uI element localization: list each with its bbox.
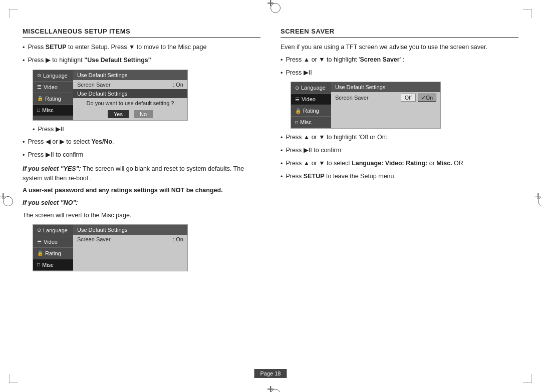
menu2-rating: 🔒 Rating xyxy=(33,248,73,259)
if-no-heading: If you select "NO": xyxy=(23,198,260,208)
if-no-text: The screen will revert to the Misc page. xyxy=(23,211,260,220)
video-icon: ☰ xyxy=(37,84,42,90)
left-bullet-2: Press ▶ to highlight "Use Default Settin… xyxy=(23,56,260,66)
menu3-sidebar: ⊙ Language ☰ Video 🔒 Rating □ Misc xyxy=(291,82,331,128)
menu2-video: ☰ Video xyxy=(33,236,73,248)
menu3-on-value: ✓On xyxy=(418,94,436,102)
corner-mark-tr xyxy=(523,9,532,18)
right-bullet-press: Press ▶II xyxy=(281,68,518,78)
left-bullet-confirm: Press ▶II to confirm xyxy=(23,150,260,160)
menu3-misc: □ Misc xyxy=(291,117,331,128)
menu3-main: Use Default Settings Screen Saver Off ✓O… xyxy=(331,82,440,128)
right-bullets-2: Press ▲ or ▼ to highlight 'Off or On: Pr… xyxy=(281,133,518,181)
menu1-misc: □ Misc xyxy=(33,105,73,116)
menu1-buttons: Yes No xyxy=(73,108,187,120)
right-bullet-select: Press ▲ or ▼ to select Language: Video: … xyxy=(281,159,518,169)
right-intro: Even if you are using a TFT screen we ad… xyxy=(281,43,518,52)
menu1-row-usedefault: Use Default Settings xyxy=(73,89,187,98)
menu1-row-screensaver: Screen Saver : On xyxy=(73,80,187,89)
menu3-off-value: Off xyxy=(401,94,416,102)
menu3-value-container: Off ✓On xyxy=(401,94,436,102)
menu2-main: Use Default Settings Screen Saver : On xyxy=(73,225,187,271)
left-bullet-press: Press ▶II xyxy=(33,125,260,135)
menu1-video: ☰ Video xyxy=(33,82,73,93)
menu3-video: ☰ Video xyxy=(291,94,331,105)
menu2-lang: ⊙ Language xyxy=(33,225,73,236)
corner-mark-tl xyxy=(9,9,18,18)
rating-icon: 🔒 xyxy=(37,96,43,101)
right-bullet-off-on: Press ▲ or ▼ to highlight 'Off or On: xyxy=(281,133,518,143)
menu2-misc: □ Misc xyxy=(33,259,73,271)
left-bullet-yes-no: Press ◀ or ▶ to select Yes/No. xyxy=(23,137,260,147)
menu1-main: Use Default Settings Screen Saver : On U… xyxy=(73,70,187,120)
misc-icon: □ xyxy=(37,107,40,113)
menu1-lang: ⊙ Language xyxy=(33,70,73,82)
menu1-sidebar: ⊙ Language ☰ Video 🔒 Rating □ Misc xyxy=(33,70,73,120)
menu3-rating: 🔒 Rating xyxy=(291,105,331,117)
menu-screenshot-1: ⊙ Language ☰ Video 🔒 Rating □ Misc Use D… xyxy=(33,70,188,121)
menu2-row-screensaver: Screen Saver : On xyxy=(73,235,187,244)
menu3-lang: ⊙ Language xyxy=(291,82,331,94)
language-icon: ⊙ xyxy=(37,73,41,78)
left-column: MISCELLANEOUS SETUP ITEMS Press SETUP to… xyxy=(23,23,260,369)
if-yes-text: If you select "YES": The screen will go … xyxy=(23,164,260,183)
left-bullets-2: Press ◀ or ▶ to select Yes/No. Press ▶II… xyxy=(23,137,260,160)
menu3-header: Use Default Settings xyxy=(331,82,440,92)
corner-mark-bl xyxy=(9,374,18,383)
page-content: MISCELLANEOUS SETUP ITEMS Press SETUP to… xyxy=(23,23,518,369)
menu1-no-button[interactable]: No xyxy=(134,110,153,118)
menu1-header: Use Default Settings xyxy=(73,70,187,80)
right-column: SCREEN SAVER Even if you are using a TFT… xyxy=(281,23,518,369)
menu1-dialog: Do you want to use default setting ? xyxy=(73,98,187,108)
menu3-row-screensaver: Screen Saver Off ✓On xyxy=(331,92,440,103)
menu2-sidebar: ⊙ Language ☰ Video 🔒 Rating □ Misc xyxy=(33,225,73,271)
menu1-rating: 🔒 Rating xyxy=(33,93,73,105)
left-section-title: MISCELLANEOUS SETUP ITEMS xyxy=(23,28,260,38)
menu-screenshot-2: ⊙ Language ☰ Video 🔒 Rating □ Misc Use D… xyxy=(33,224,188,271)
menu-screenshot-3: ⊙ Language ☰ Video 🔒 Rating □ Misc Use D… xyxy=(291,82,441,129)
right-bullet-setup: Press SETUP to leave the Setup menu. xyxy=(281,172,518,182)
menu2-header: Use Default Settings xyxy=(73,225,187,235)
page-number: Page 18 xyxy=(254,369,287,378)
left-bullet-press-item: Press ▶II xyxy=(33,125,260,135)
left-bullet-1: Press SETUP to enter Setup. Press ▼ to m… xyxy=(23,43,260,53)
right-bullets-1: Press ▲ or ▼ to highlight 'Screen Saver'… xyxy=(281,55,518,78)
right-bullet-highlight: Press ▲ or ▼ to highlight 'Screen Saver'… xyxy=(281,55,518,65)
right-bullet-confirm: Press ▶II to confirm xyxy=(281,146,518,156)
menu1-yes-button[interactable]: Yes xyxy=(108,110,129,118)
left-bullets-1: Press SETUP to enter Setup. Press ▼ to m… xyxy=(23,43,260,66)
password-note: A user-set password and any ratings sett… xyxy=(23,186,260,195)
corner-mark-br xyxy=(523,374,532,383)
right-section-title: SCREEN SAVER xyxy=(281,28,518,38)
